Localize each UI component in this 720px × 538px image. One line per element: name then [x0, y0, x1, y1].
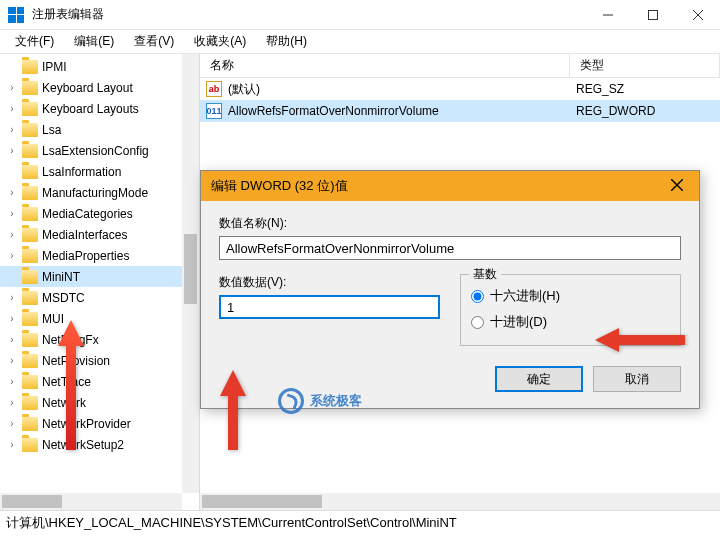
- tree-label: MediaProperties: [42, 249, 129, 263]
- folder-icon: [22, 60, 38, 74]
- tree-label: NetDiagFx: [42, 333, 99, 347]
- column-header-name[interactable]: 名称: [200, 54, 570, 77]
- menu-edit[interactable]: 编辑(E): [64, 31, 124, 52]
- column-header-type[interactable]: 类型: [570, 54, 720, 77]
- expand-icon[interactable]: ›: [6, 229, 18, 240]
- expand-icon[interactable]: ›: [6, 418, 18, 429]
- tree-label: LsaInformation: [42, 165, 121, 179]
- folder-icon: [22, 375, 38, 389]
- tree-item[interactable]: MiniNT: [0, 266, 199, 287]
- radio-hex[interactable]: 十六进制(H): [471, 283, 670, 309]
- value-name: AllowRefsFormatOverNonmirrorVolume: [228, 104, 576, 118]
- cancel-button[interactable]: 取消: [593, 366, 681, 392]
- expand-icon[interactable]: ›: [6, 313, 18, 324]
- statusbar-path: 计算机\HKEY_LOCAL_MACHINE\SYSTEM\CurrentCon…: [0, 510, 720, 534]
- tree-item[interactable]: ›NetTrace: [0, 371, 199, 392]
- value-type: REG_DWORD: [576, 104, 655, 118]
- tree-vertical-scrollbar[interactable]: [182, 54, 199, 493]
- expand-icon[interactable]: ›: [6, 292, 18, 303]
- menu-help[interactable]: 帮助(H): [256, 31, 317, 52]
- expand-icon[interactable]: ›: [6, 82, 18, 93]
- tree-item[interactable]: ›MediaCategories: [0, 203, 199, 224]
- folder-icon: [22, 270, 38, 284]
- tree-item[interactable]: ›Network: [0, 392, 199, 413]
- tree-item[interactable]: ›LsaExtensionConfig: [0, 140, 199, 161]
- folder-icon: [22, 102, 38, 116]
- radio-dec-input[interactable]: [471, 316, 484, 329]
- tree-horizontal-scrollbar[interactable]: [0, 493, 182, 510]
- tree-item[interactable]: ›ManufacturingMode: [0, 182, 199, 203]
- folder-icon: [22, 81, 38, 95]
- folder-icon: [22, 396, 38, 410]
- expand-icon[interactable]: ›: [6, 103, 18, 114]
- value-name-label: 数值名称(N):: [219, 215, 681, 232]
- expand-icon[interactable]: ›: [6, 355, 18, 366]
- tree-item[interactable]: LsaInformation: [0, 161, 199, 182]
- close-button[interactable]: [675, 0, 720, 30]
- expand-icon[interactable]: ›: [6, 397, 18, 408]
- expand-icon[interactable]: ›: [6, 208, 18, 219]
- dialog-close-icon[interactable]: [665, 179, 689, 194]
- tree-label: MSDTC: [42, 291, 85, 305]
- tree-item[interactable]: ›MUI: [0, 308, 199, 329]
- tree-label: ManufacturingMode: [42, 186, 148, 200]
- expand-icon[interactable]: ›: [6, 145, 18, 156]
- menu-favorites[interactable]: 收藏夹(A): [184, 31, 256, 52]
- tree-label: IPMI: [42, 60, 67, 74]
- dialog-title: 编辑 DWORD (32 位)值: [211, 177, 348, 195]
- tree-label: MediaInterfaces: [42, 228, 127, 242]
- folder-icon: [22, 333, 38, 347]
- maximize-button[interactable]: [630, 0, 675, 30]
- base-legend: 基数: [469, 266, 501, 283]
- folder-icon: [22, 354, 38, 368]
- list-horizontal-scrollbar[interactable]: [200, 493, 720, 510]
- tree-item[interactable]: ›Lsa: [0, 119, 199, 140]
- tree-item[interactable]: ›NetworkProvider: [0, 413, 199, 434]
- folder-icon: [22, 228, 38, 242]
- folder-icon: [22, 144, 38, 158]
- tree-label: Network: [42, 396, 86, 410]
- folder-icon: [22, 291, 38, 305]
- list-row[interactable]: 011AllowRefsFormatOverNonmirrorVolumeREG…: [200, 100, 720, 122]
- tree-item[interactable]: ›MediaProperties: [0, 245, 199, 266]
- tree-label: NetProvision: [42, 354, 110, 368]
- expand-icon[interactable]: ›: [6, 124, 18, 135]
- tree-label: Keyboard Layout: [42, 81, 133, 95]
- folder-icon: [22, 312, 38, 326]
- expand-icon[interactable]: ›: [6, 376, 18, 387]
- radio-hex-input[interactable]: [471, 290, 484, 303]
- svg-rect-1: [648, 10, 657, 19]
- tree-item[interactable]: ›Keyboard Layouts: [0, 98, 199, 119]
- folder-icon: [22, 186, 38, 200]
- folder-icon: [22, 123, 38, 137]
- tree-label: MUI: [42, 312, 64, 326]
- folder-icon: [22, 207, 38, 221]
- tree-item[interactable]: ›NetDiagFx: [0, 329, 199, 350]
- tree-panel: IPMI›Keyboard Layout›Keyboard Layouts›Ls…: [0, 54, 200, 510]
- window-title: 注册表编辑器: [32, 6, 585, 23]
- radio-dec[interactable]: 十进制(D): [471, 309, 670, 335]
- tree-item[interactable]: ›MediaInterfaces: [0, 224, 199, 245]
- list-row[interactable]: ab(默认)REG_SZ: [200, 78, 720, 100]
- expand-icon[interactable]: ›: [6, 334, 18, 345]
- folder-icon: [22, 438, 38, 452]
- expand-icon[interactable]: ›: [6, 187, 18, 198]
- expand-icon[interactable]: ›: [6, 250, 18, 261]
- menu-view[interactable]: 查看(V): [124, 31, 184, 52]
- tree-item[interactable]: IPMI: [0, 56, 199, 77]
- base-fieldset: 基数 十六进制(H) 十进制(D): [460, 274, 681, 346]
- value-type: REG_SZ: [576, 82, 624, 96]
- tree-item[interactable]: ›MSDTC: [0, 287, 199, 308]
- minimize-button[interactable]: [585, 0, 630, 30]
- tree-item[interactable]: ›NetProvision: [0, 350, 199, 371]
- value-data-label: 数值数据(V):: [219, 274, 440, 291]
- tree-item[interactable]: ›Keyboard Layout: [0, 77, 199, 98]
- window-titlebar: 注册表编辑器: [0, 0, 720, 30]
- ok-button[interactable]: 确定: [495, 366, 583, 392]
- value-data-input[interactable]: [219, 295, 440, 319]
- tree-item[interactable]: ›NetworkSetup2: [0, 434, 199, 455]
- value-name-input[interactable]: [219, 236, 681, 260]
- edit-dword-dialog: 编辑 DWORD (32 位)值 数值名称(N): 数值数据(V): 基数 十六…: [200, 170, 700, 409]
- menu-file[interactable]: 文件(F): [5, 31, 64, 52]
- expand-icon[interactable]: ›: [6, 439, 18, 450]
